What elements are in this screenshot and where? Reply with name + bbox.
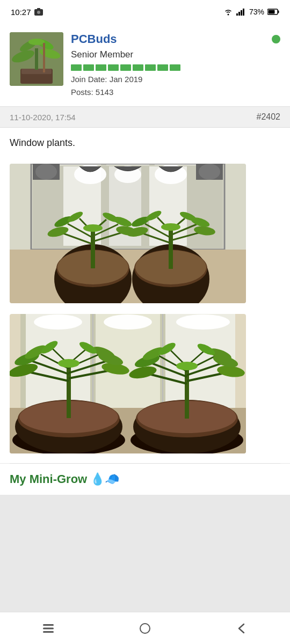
nav-home-button[interactable] [129,618,161,639]
post-count: Posts: 5143 [71,87,280,97]
svg-point-1 [37,11,40,14]
battery-display: 73% [249,8,264,16]
rep-seg-1 [71,64,82,71]
svg-rect-42 [91,228,95,268]
rep-seg-9 [170,64,180,71]
svg-rect-6 [241,10,242,16]
thread-title-bar: My Mini-Grow 💧🧢 [0,464,290,495]
menu-icon [42,623,55,634]
avatar-image [10,32,63,86]
post-content: Window plants. [0,128,290,164]
svg-rect-7 [243,9,244,16]
svg-point-37 [199,164,220,180]
home-icon [139,623,151,634]
post-number: #2402 [257,112,281,122]
svg-point-80 [34,314,82,330]
profile-info: PCBuds Senior Member Join Date: Jan 2019… [71,32,280,97]
post-meta: 11-10-2020, 17:54 #2402 [0,107,290,128]
photo-icon [34,8,43,16]
status-right: 73% [223,8,279,16]
nav-bar [0,612,290,644]
post-text: Window plants. [10,137,280,149]
thread-title[interactable]: My Mini-Grow 💧🧢 [10,472,119,486]
username[interactable]: PCBuds [71,32,117,46]
back-icon [237,623,247,634]
svg-point-82 [176,314,230,330]
join-date: Join Date: Jan 2019 [71,75,280,84]
svg-point-105 [58,359,79,368]
svg-rect-10 [269,10,275,14]
svg-point-3 [227,14,229,16]
post-images [0,164,290,463]
plant-svg-1 [10,164,246,303]
nav-back-button[interactable] [226,618,258,639]
svg-rect-110 [185,365,189,419]
svg-point-81 [104,314,152,330]
plant-image-1[interactable] [10,164,246,303]
reputation-bar [71,64,280,71]
svg-point-127 [176,362,198,370]
profile-card: PCBuds Senior Member Join Date: Jan 2019… [0,24,290,107]
svg-point-55 [83,224,103,232]
svg-rect-2 [37,8,40,10]
online-status-dot [272,35,280,43]
svg-rect-20 [43,43,45,72]
rep-seg-8 [157,64,168,71]
wifi-icon [223,8,233,16]
svg-rect-129 [43,627,54,629]
svg-rect-59 [169,227,173,269]
nav-menu-button[interactable] [32,618,64,639]
svg-rect-128 [43,624,54,626]
rep-seg-6 [133,64,143,71]
svg-rect-88 [67,362,71,418]
battery-icon [267,9,279,15]
svg-rect-14 [35,48,38,70]
svg-rect-4 [236,13,238,16]
signal-icon [236,8,246,16]
svg-point-131 [140,624,150,633]
svg-point-72 [161,223,180,231]
rep-seg-5 [120,64,131,71]
profile-top-row: PCBuds [71,32,280,46]
rep-seg-7 [145,64,156,71]
svg-point-19 [28,39,45,45]
svg-rect-5 [238,12,240,16]
rep-seg-3 [96,64,106,71]
plant-svg-2 [10,314,246,453]
post-date: 11-10-2020, 17:54 [10,113,76,122]
svg-point-36 [35,164,57,180]
svg-rect-9 [278,11,279,13]
rep-seg-2 [83,64,94,71]
time-display: 10:27 [11,8,31,17]
plant-image-2[interactable] [10,314,246,453]
svg-rect-130 [43,631,54,633]
status-bar: 10:27 73% [0,0,290,24]
status-left: 10:27 [11,8,43,17]
member-type: Senior Member [71,49,280,60]
rep-seg-4 [108,64,119,71]
avatar[interactable] [10,32,63,86]
